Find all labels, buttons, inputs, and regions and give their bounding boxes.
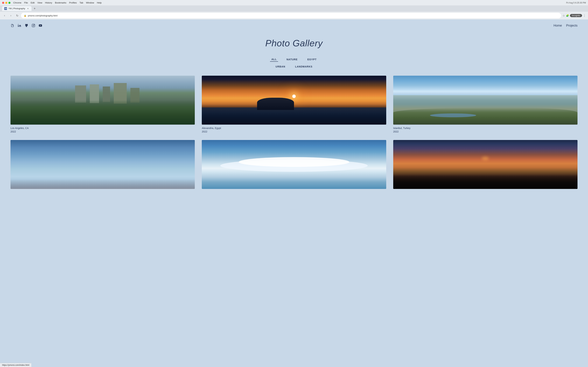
menu-icon[interactable]: ⋮ <box>583 14 586 17</box>
linkedin-icon[interactable] <box>17 24 21 27</box>
nav-links: Home Projects <box>553 24 578 27</box>
lock-icon: 🔒 <box>24 14 26 17</box>
photo-year-istanbul: 2022 <box>393 130 578 133</box>
photo-grid: Los Angeles, CA 2022 Alexandria, Egypt 2… <box>10 76 578 191</box>
filter-row-1: ALL NATURE EGYPT <box>270 57 318 62</box>
page-title: Photo Gallery <box>10 38 578 48</box>
photo-location-istanbul: Istanbul, Turkey <box>393 127 578 130</box>
page-content: Home Projects Photo Gallery ALL NATURE E… <box>0 19 588 366</box>
browser-tabs: YM YM | Photography ✕ + <box>0 5 588 12</box>
browser-toolbar: ‹ › ↻ 🔒 ymorsi.com/photography.html ☆ 🧩 … <box>0 12 588 19</box>
menu-edit[interactable]: Edit <box>31 1 35 4</box>
filter-urban[interactable]: URBAN <box>274 65 287 69</box>
tab-favicon: YM <box>4 7 7 10</box>
photo-card-la[interactable]: Los Angeles, CA 2022 <box>10 76 195 133</box>
toolbar-icons: ☆ 🧩 Incognito ⋮ <box>562 14 586 17</box>
github-icon[interactable] <box>25 24 28 27</box>
menu-file[interactable]: File <box>24 1 28 4</box>
instagram-icon[interactable] <box>32 24 35 27</box>
photo-year-la: 2022 <box>10 130 195 133</box>
status-bar-tooltip: https://ymorsi.com/index.html <box>0 363 31 367</box>
photo-location-alex: Alexandria, Egypt <box>202 127 386 130</box>
photo-card-istanbul[interactable]: Istanbul, Turkey 2022 <box>393 76 578 133</box>
browser-menu: Chrome File Edit View History Bookmarks … <box>13 1 102 4</box>
document-icon[interactable] <box>10 24 14 27</box>
photo-card-alex[interactable]: Alexandria, Egypt 2022 <box>202 76 386 133</box>
traffic-lights <box>2 2 10 4</box>
filter-all[interactable]: ALL <box>270 57 278 62</box>
menu-window[interactable]: Window <box>86 1 94 4</box>
status-url: https://ymorsi.com/index.html <box>2 364 29 366</box>
filter-row-2: URBAN LANDMARKS <box>274 65 314 69</box>
menu-profiles[interactable]: Profiles <box>69 1 77 4</box>
photo-year-alex: 2022 <box>202 130 386 133</box>
page-title-section: Photo Gallery <box>10 31 578 57</box>
bookmark-icon[interactable]: ☆ <box>562 14 565 17</box>
photo-image-istanbul <box>393 76 578 125</box>
photo-image-sunset2 <box>393 140 578 189</box>
svg-point-2 <box>33 25 34 26</box>
address-bar[interactable]: 🔒 ymorsi.com/photography.html <box>21 13 561 18</box>
reload-button[interactable]: ↻ <box>15 13 20 18</box>
menu-history[interactable]: History <box>45 1 52 4</box>
filter-nature[interactable]: NATURE <box>285 57 299 61</box>
filter-landmarks[interactable]: LANDMARKS <box>294 65 314 69</box>
svg-rect-1 <box>32 24 35 27</box>
filter-section: ALL NATURE EGYPT URBAN LANDMARKS <box>10 57 578 69</box>
minimize-button[interactable] <box>5 2 7 4</box>
browser-titlebar: Chrome File Edit View History Bookmarks … <box>0 0 588 5</box>
tab-close-button[interactable]: ✕ <box>26 7 29 10</box>
photo-card-clouds[interactable] <box>202 140 386 191</box>
maximize-button[interactable] <box>9 2 10 4</box>
menu-bookmarks[interactable]: Bookmarks <box>55 1 66 4</box>
photo-image-la <box>10 76 195 125</box>
tab-title: YM | Photography <box>9 7 25 10</box>
datetime-display: Fri Aug 5 6:25:30 PM <box>566 1 586 4</box>
close-button[interactable] <box>2 2 4 4</box>
forward-button[interactable]: › <box>9 13 13 18</box>
photo-image-sky <box>10 140 195 189</box>
nav-social-icons <box>10 24 42 27</box>
address-text: ymorsi.com/photography.html <box>28 14 58 17</box>
menu-help[interactable]: Help <box>97 1 102 4</box>
filter-egypt[interactable]: EGYPT <box>306 57 318 61</box>
nav-projects-link[interactable]: Projects <box>566 24 578 27</box>
site-nav: Home Projects <box>10 19 578 31</box>
photo-card-sunset2[interactable] <box>393 140 578 191</box>
menu-view[interactable]: View <box>37 1 42 4</box>
photo-location-la: Los Angeles, CA <box>10 127 195 130</box>
svg-point-3 <box>34 25 35 25</box>
photo-card-sky[interactable] <box>10 140 195 191</box>
svg-point-0 <box>18 24 18 25</box>
photo-image-alex <box>202 76 386 125</box>
active-tab[interactable]: YM YM | Photography ✕ <box>2 6 32 11</box>
photo-image-clouds <box>202 140 386 189</box>
menu-chrome[interactable]: Chrome <box>13 1 21 4</box>
new-tab-button[interactable]: + <box>32 6 37 11</box>
youtube-icon[interactable] <box>38 24 42 27</box>
incognito-badge: Incognito <box>570 14 582 17</box>
nav-home-link[interactable]: Home <box>553 24 562 27</box>
extensions-icon[interactable]: 🧩 <box>566 14 569 17</box>
menu-tab[interactable]: Tab <box>79 1 83 4</box>
back-button[interactable]: ‹ <box>2 13 7 18</box>
browser-chrome: Chrome File Edit View History Bookmarks … <box>0 0 588 19</box>
